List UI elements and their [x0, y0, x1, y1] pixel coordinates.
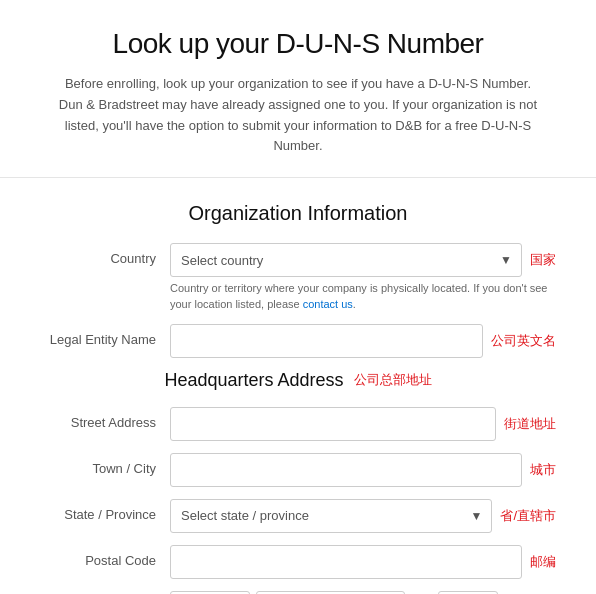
- page-title: Look up your D-U-N-S Number: [40, 28, 556, 60]
- contact-us-link[interactable]: contact us: [303, 298, 353, 310]
- header-description: Before enrolling, look up your organizat…: [58, 74, 538, 157]
- legal-entity-control: 公司英文名: [170, 324, 556, 358]
- legal-entity-label: Legal Entity Name: [40, 324, 170, 347]
- hq-title-row: Headquarters Address 公司总部地址: [40, 370, 556, 391]
- street-control: 街道地址: [170, 407, 556, 441]
- legal-entity-row: Legal Entity Name 公司英文名: [40, 324, 556, 358]
- country-select[interactable]: Select country: [170, 243, 522, 277]
- legal-entity-input[interactable]: [170, 324, 483, 358]
- state-select[interactable]: Select state / province: [170, 499, 492, 533]
- country-control: Select country ▼ 国家 Country or territory…: [170, 243, 556, 312]
- section-title: Organization Information: [40, 202, 556, 225]
- country-label: Country: [40, 243, 170, 266]
- hq-title: Headquarters Address: [164, 370, 343, 391]
- form-section: Organization Information Country Select …: [0, 178, 596, 594]
- state-row: State / Province Select state / province…: [40, 499, 556, 533]
- postal-control: 邮编: [170, 545, 556, 579]
- state-select-wrap: Select state / province ▼: [170, 499, 492, 533]
- postal-annotation: 邮编: [530, 553, 556, 571]
- city-row: Town / City 城市: [40, 453, 556, 487]
- postal-label: Postal Code: [40, 545, 170, 568]
- city-control: 城市: [170, 453, 556, 487]
- city-annotation: 城市: [530, 461, 556, 479]
- street-annotation: 街道地址: [504, 415, 556, 433]
- country-annotation: 国家: [530, 251, 556, 269]
- country-select-wrap: Select country ▼: [170, 243, 522, 277]
- street-input[interactable]: [170, 407, 496, 441]
- state-label: State / Province: [40, 499, 170, 522]
- street-label: Street Address: [40, 407, 170, 430]
- hq-annotation: 公司总部地址: [354, 371, 432, 389]
- state-annotation: 省/直辖市: [500, 507, 556, 525]
- header-section: Look up your D-U-N-S Number Before enrol…: [0, 0, 596, 178]
- country-row: Country Select country ▼ 国家 Country or t…: [40, 243, 556, 312]
- postal-input[interactable]: [170, 545, 522, 579]
- postal-row: Postal Code 邮编: [40, 545, 556, 579]
- city-label: Town / City: [40, 453, 170, 476]
- street-row: Street Address 街道地址: [40, 407, 556, 441]
- country-hint: Country or territory where your company …: [170, 281, 556, 312]
- city-input[interactable]: [170, 453, 522, 487]
- state-control: Select state / province ▼ 省/直辖市: [170, 499, 556, 533]
- legal-entity-annotation: 公司英文名: [491, 332, 556, 350]
